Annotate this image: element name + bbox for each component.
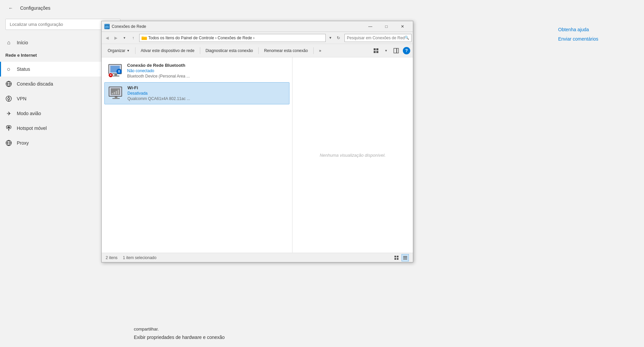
change-view-button[interactable] [371, 46, 381, 55]
explorer-window-icon [104, 24, 110, 29]
status-grid-view-button[interactable] [393, 254, 400, 261]
hotspot-icon [5, 125, 12, 132]
sidebar-item-inicio-label: Início [17, 40, 28, 45]
help-link[interactable]: Obtenha ajuda [558, 27, 636, 32]
svg-rect-23 [397, 258, 398, 260]
svg-rect-12 [106, 26, 108, 26]
bluetooth-name: Conexão de Rede Bluetooth [127, 63, 286, 68]
status-bar: 2 itens 1 item selecionado [102, 253, 413, 262]
bluetooth-network-icon: ß ✕ [108, 63, 124, 79]
status-right [393, 254, 409, 261]
svg-rect-14 [374, 48, 376, 50]
sidebar-item-proxy-label: Proxy [17, 140, 29, 146]
search-icon[interactable]: 🔍 [405, 36, 409, 40]
window-controls: — □ ✕ [363, 21, 410, 32]
wifi-network-icon [108, 85, 124, 101]
svg-rect-17 [376, 51, 378, 53]
proxy-icon [5, 140, 12, 146]
feedback-link[interactable]: Enviar comentários [558, 36, 636, 42]
back-nav-button[interactable]: ◀ [103, 34, 111, 42]
svg-point-6 [8, 127, 9, 128]
cmd-separator-2 [200, 47, 200, 54]
show-preview-pane-button[interactable] [391, 46, 401, 55]
share-text: compartilhar. [134, 327, 542, 332]
svg-rect-19 [397, 48, 398, 53]
address-folder-icon [142, 35, 147, 41]
status-list-view-button[interactable] [401, 254, 409, 261]
network-item-bluetooth[interactable]: ß ✕ Conexão de Rede Bluetooth Não conect… [104, 60, 289, 82]
view-dropdown-button[interactable]: ▼ [381, 46, 391, 55]
forward-nav-button[interactable]: ▶ [112, 34, 120, 42]
hardware-properties-link[interactable]: Exibir propriedades de hardware e conexã… [134, 335, 225, 340]
close-button[interactable]: ✕ [395, 21, 410, 32]
wifi-status: Desativada [127, 91, 286, 96]
svg-rect-15 [376, 48, 378, 50]
address-text: Todos os Itens do Painel de Controle › C… [148, 36, 323, 40]
rename-button[interactable]: Renomear esta conexão [261, 46, 311, 56]
sidebar-item-vpn-label: VPN [17, 96, 26, 101]
vpn-icon [5, 95, 12, 102]
svg-rect-22 [394, 258, 396, 260]
network-item-wifi[interactable]: Wi-Fi Desativada Qualcomm QCA61x4A 802.1… [104, 82, 289, 104]
no-preview-text: Nenhuma visualização disponível. [320, 153, 386, 158]
wifi-device: Qualcomm QCA61x4A 802.11ac ... [127, 96, 286, 101]
svg-rect-20 [394, 256, 396, 257]
items-count: 2 itens [106, 255, 117, 260]
right-panel: Obtenha ajuda Enviar comentários [550, 0, 644, 347]
sidebar-item-status-label: Status [17, 66, 30, 72]
explorer-titlebar: Conexões de Rede — □ ✕ [102, 21, 413, 32]
settings-titlebar: ← Configurações [0, 0, 126, 16]
address-bar: Todos os Itens do Painel de Controle › C… [139, 34, 326, 42]
preview-area: Nenhuma visualização disponível. [292, 57, 413, 253]
status-left: 2 itens 1 item selecionado [106, 255, 393, 260]
explorer-content: ß ✕ Conexão de Rede Bluetooth Não conect… [102, 57, 413, 253]
wifi-net-info: Wi-Fi Desativada Qualcomm QCA61x4A 802.1… [127, 85, 286, 101]
airplane-icon: ✈ [5, 110, 12, 117]
sidebar-item-conexao-discada-label: Conexão discada [17, 81, 53, 87]
bluetooth-status: Não conectado [127, 68, 286, 73]
selected-count: 1 item selecionado [123, 255, 156, 260]
organize-chevron-icon: ▼ [127, 49, 130, 52]
explorer-address-toolbar: ◀ ▶ ▼ ↑ Todos os Itens do Painel de Cont… [102, 32, 413, 44]
search-bar: 🔍 [344, 34, 412, 42]
search-input[interactable] [347, 36, 405, 40]
settings-title: Configurações [20, 5, 50, 11]
help-button[interactable]: ? [403, 47, 410, 54]
svg-rect-24 [403, 256, 407, 257]
view-group: ▼ ? [371, 46, 410, 55]
explorer-window: Conexões de Rede — □ ✕ ◀ ▶ ▼ ↑ Todos os … [101, 21, 413, 262]
svg-rect-26 [403, 259, 407, 259]
maximize-button[interactable]: □ [379, 21, 394, 32]
svg-rect-16 [374, 51, 376, 53]
explorer-title: Conexões de Rede [112, 24, 363, 29]
up-button[interactable]: ↑ [129, 34, 137, 42]
activate-device-button[interactable]: Ativar este dispositivo de rede [138, 46, 198, 56]
svg-rect-21 [397, 256, 398, 257]
recent-locations-button[interactable]: ▼ [120, 34, 128, 42]
cmd-separator-3 [258, 47, 259, 54]
sidebar-item-modo-aviao-label: Modo avião [17, 111, 41, 116]
organize-button[interactable]: Organizar ▼ [104, 46, 133, 56]
dialup-icon [5, 81, 12, 87]
address-dropdown-button[interactable]: ▼ [328, 34, 333, 42]
bluetooth-device: Bluetooth Device (Personal Area ... [127, 74, 286, 79]
refresh-button[interactable]: ↻ [334, 34, 342, 42]
more-commands-button[interactable]: » [316, 46, 325, 56]
sidebar-item-hotspot-label: Hotspot móvel [17, 126, 47, 131]
status-icon: ○ [5, 66, 12, 72]
svg-rect-18 [394, 48, 396, 53]
svg-rect-25 [403, 257, 407, 258]
file-list-area: ß ✕ Conexão de Rede Bluetooth Não conect… [102, 57, 292, 253]
wifi-name: Wi-Fi [127, 85, 286, 90]
svg-point-3 [8, 98, 10, 100]
back-button[interactable]: ← [5, 3, 16, 13]
command-bar: Organizar ▼ Ativar este dispositivo de r… [102, 44, 413, 57]
diagnose-button[interactable]: Diagnosticar esta conexão [202, 46, 256, 56]
minimize-button[interactable]: — [363, 21, 378, 32]
home-icon: ⌂ [5, 39, 12, 46]
bottom-content: compartilhar. Exibir propriedades de har… [126, 320, 550, 347]
cmd-separator-4 [313, 47, 314, 54]
svg-point-13 [108, 24, 109, 25]
bluetooth-net-info: Conexão de Rede Bluetooth Não conectado … [127, 63, 286, 79]
cmd-separator-1 [135, 47, 136, 54]
